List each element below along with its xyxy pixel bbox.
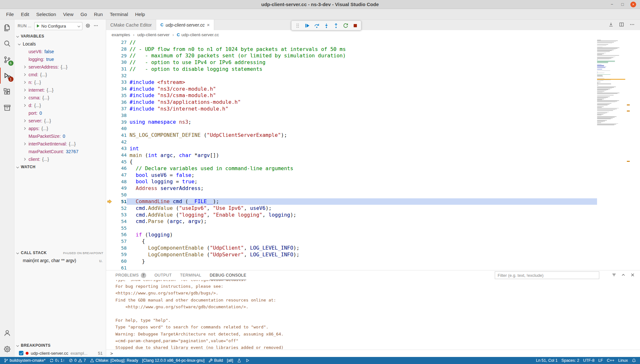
tab-output[interactable]: OUTPUT <box>155 270 172 280</box>
launch-config-dropdown[interactable]: No Configura <box>34 22 82 30</box>
menu-go[interactable]: Go <box>77 9 90 19</box>
breakpoint-gutter[interactable] <box>106 138 113 145</box>
breakpoint-gutter[interactable] <box>106 244 113 251</box>
kit-status[interactable]: [Clang 12.0.0 x86_64-pc-linux-gnu] <box>140 357 206 364</box>
overview-ruler[interactable] <box>625 39 640 270</box>
filter-lines-icon[interactable] <box>611 272 617 278</box>
code-line-56[interactable]: 56 if (logging) <box>106 231 597 238</box>
code-line-35[interactable]: 35#include "ns3/csma-module.h" <box>106 92 597 99</box>
close-button[interactable]: × <box>630 2 636 7</box>
debug-stop-icon[interactable] <box>351 21 359 30</box>
breakpoints-section-header[interactable]: BREAKPOINTS <box>14 342 106 349</box>
breakpoint-gutter[interactable] <box>106 225 113 231</box>
download-icon[interactable] <box>608 22 614 28</box>
tab-terminal[interactable]: TERMINAL <box>180 270 201 280</box>
code-line-53[interactable]: 53 cmd.AddValue ("logging", "Enable logg… <box>106 211 597 218</box>
menu-edit[interactable]: Edit <box>17 9 33 19</box>
os-status[interactable]: Linux <box>616 357 630 364</box>
debug-restart-icon[interactable] <box>341 21 350 30</box>
breakpoint-gutter[interactable] <box>106 105 113 112</box>
tab-udp-client-server[interactable]: C udp-client-server.cc × <box>156 20 214 30</box>
call-stack-section-header[interactable]: CALL STACK PAUSED ON BREAKPOINT <box>14 249 106 257</box>
close-panel-icon[interactable] <box>630 272 635 278</box>
code-line-32[interactable]: 32 <box>106 72 597 79</box>
cursor-position-status[interactable]: Ln 51, Col 1 <box>534 357 559 364</box>
breakpoint-gutter[interactable] <box>106 211 113 218</box>
variable-row-maxPacketCount[interactable]: maxPacketCount:32767 <box>14 148 106 155</box>
more-actions-icon[interactable] <box>93 23 98 29</box>
cmake-status[interactable]: CMake: [Debug]: Ready <box>88 357 140 364</box>
variable-row-logging[interactable]: logging:true <box>14 55 106 63</box>
breakpoint-gutter[interactable] <box>106 72 113 79</box>
breakpoint-gutter[interactable] <box>106 172 113 178</box>
code-line-37[interactable]: 37#include "ns3/internet-module.h" <box>106 105 597 112</box>
breakpoint-gutter[interactable] <box>106 158 113 165</box>
debug-console[interactable]: Type "show configuration" for configurat… <box>106 280 640 350</box>
variable-row-serverAddress[interactable]: serverAddress:{...} <box>14 63 106 71</box>
account-icon[interactable] <box>0 325 14 341</box>
code-line-61[interactable]: 61 <box>106 264 597 270</box>
code-line-59[interactable]: 59 LogComponentEnable ("UdpServer", LOG_… <box>106 251 597 258</box>
variable-row-n[interactable]: n:{...} <box>14 79 106 86</box>
problems-status[interactable]: 0 7 <box>67 357 88 364</box>
code-line-34[interactable]: 34#include "ns3/core-module.h" <box>106 86 597 92</box>
more-actions-icon[interactable] <box>629 22 635 28</box>
search-icon[interactable] <box>0 36 14 52</box>
code-line-48[interactable]: 48 bool logging = true; <box>106 178 597 185</box>
breakpoint-gutter[interactable] <box>106 251 113 258</box>
code-line-58[interactable]: 58 LogComponentEnable ("UdpClient", LOG_… <box>106 244 597 251</box>
breakpoint-gutter[interactable] <box>106 152 113 159</box>
breakpoint-gutter[interactable] <box>106 52 113 59</box>
breakpoint-gutter[interactable] <box>106 92 113 99</box>
tab-debug-console[interactable]: DEBUG CONSOLE <box>210 270 246 280</box>
breakpoint-gutter[interactable] <box>106 59 113 66</box>
variable-row-useV6[interactable]: useV6:false <box>14 48 106 55</box>
watch-section-header[interactable]: WATCH <box>14 163 106 171</box>
code-line-47[interactable]: 47 bool useV6 = false; <box>106 172 597 178</box>
breakpoint-checkbox[interactable] <box>19 351 23 355</box>
breakpoint-gutter[interactable] <box>106 258 113 265</box>
debug-gear-icon[interactable] <box>85 23 90 29</box>
breakpoint-gutter[interactable] <box>106 205 113 211</box>
breakpoint-gutter[interactable] <box>106 86 113 92</box>
variable-row-client[interactable]: client:{...} <box>14 155 106 163</box>
code-line-49[interactable]: 49 Address serverAddress; <box>106 185 597 192</box>
language-status[interactable]: C++ <box>605 357 616 364</box>
menu-selection[interactable]: Selection <box>33 9 60 19</box>
menu-file[interactable]: File <box>3 9 17 19</box>
code-line-30[interactable]: 30// - option to use IPv4 or IPv6 addres… <box>106 59 597 66</box>
code-line-55[interactable]: 55 <box>106 225 597 231</box>
code-line-57[interactable]: 57 { <box>106 238 597 245</box>
code-line-54[interactable]: 54 cmd.Parse (argc, argv); <box>106 218 597 225</box>
variable-row-cmd[interactable]: cmd:{...} <box>14 71 106 79</box>
console-filter-input[interactable] <box>495 271 599 279</box>
breakpoint-gutter[interactable] <box>106 125 113 132</box>
variables-section-header[interactable]: VARIABLES <box>14 32 106 40</box>
explorer-icon[interactable] <box>0 20 14 36</box>
encoding-status[interactable]: UTF-8 <box>581 357 596 364</box>
breakpoint-gutter[interactable] <box>106 145 113 152</box>
breakpoint-list-item[interactable]: udp-client-server.cc exampl... 51 <box>14 349 106 357</box>
code-line-51[interactable]: 51 CommandLine cmd (__FILE__); <box>106 198 597 205</box>
breakpoint-gutter[interactable] <box>106 39 113 46</box>
variable-row-apps[interactable]: apps:{...} <box>14 125 106 132</box>
breakpoint-gutter[interactable] <box>106 231 113 238</box>
eol-status[interactable]: LF <box>596 357 605 364</box>
archive-box-icon[interactable] <box>0 100 14 116</box>
breadcrumb-udp-client-server[interactable]: udp-client-server <box>137 32 170 37</box>
minimize-button[interactable]: − <box>609 2 615 7</box>
breakpoint-gutter[interactable] <box>106 66 113 72</box>
menu-view[interactable]: View <box>60 9 77 19</box>
menu-terminal[interactable]: Terminal <box>106 9 132 19</box>
variable-row-d[interactable]: d:{...} <box>14 102 106 109</box>
run-debug-icon[interactable]: 1 <box>0 68 14 84</box>
variable-row-MaxPacketSize[interactable]: MaxPacketSize:0 <box>14 132 106 140</box>
code-line-36[interactable]: 36#include "ns3/applications-module.h" <box>106 99 597 105</box>
breakpoint-gutter[interactable] <box>106 132 113 139</box>
variable-row-csma[interactable]: csma:{...} <box>14 94 106 102</box>
breakpoint-gutter[interactable] <box>106 46 113 53</box>
code-line-52[interactable]: 52 cmd.AddValue ("useIpv6", "Use Ipv6", … <box>106 205 597 211</box>
code-line-45[interactable]: 45{ <box>106 158 597 165</box>
breakpoint-gutter[interactable] <box>106 264 113 270</box>
chevron-up-icon[interactable] <box>621 272 626 278</box>
